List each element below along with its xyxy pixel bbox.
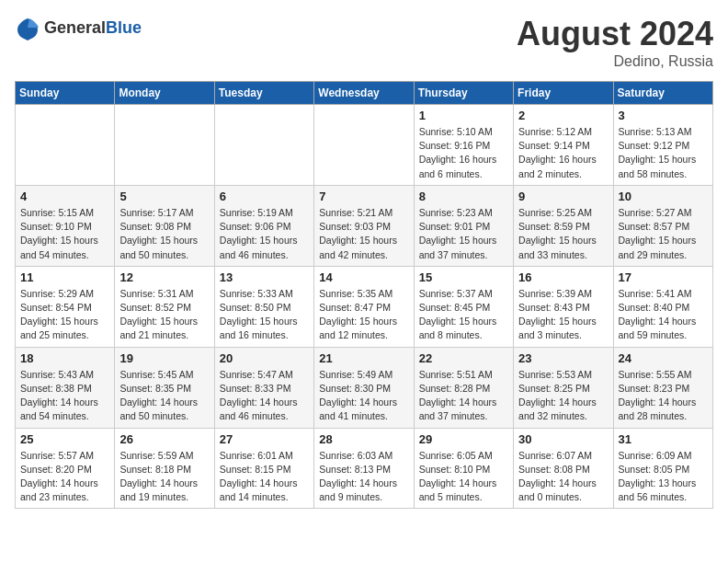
calendar-cell: 18Sunrise: 5:43 AM Sunset: 8:38 PM Dayli… <box>16 347 115 428</box>
day-detail: Sunrise: 5:21 AM Sunset: 9:03 PM Dayligh… <box>319 206 408 262</box>
day-number: 2 <box>518 109 608 122</box>
calendar-cell <box>214 105 313 186</box>
day-number: 31 <box>619 432 708 446</box>
day-number: 16 <box>518 270 608 284</box>
day-number: 22 <box>419 351 508 365</box>
calendar-cell: 9Sunrise: 5:25 AM Sunset: 8:59 PM Daylig… <box>514 185 613 266</box>
day-detail: Sunrise: 6:07 AM Sunset: 8:08 PM Dayligh… <box>518 449 608 505</box>
calendar-cell: 2Sunrise: 5:12 AM Sunset: 9:14 PM Daylig… <box>514 105 613 186</box>
day-number: 11 <box>20 270 109 284</box>
calendar-cell: 26Sunrise: 5:59 AM Sunset: 8:18 PM Dayli… <box>115 428 214 509</box>
day-detail: Sunrise: 5:51 AM Sunset: 8:28 PM Dayligh… <box>419 368 508 424</box>
day-number: 12 <box>119 270 209 284</box>
day-detail: Sunrise: 5:33 AM Sunset: 8:50 PM Dayligh… <box>220 287 309 343</box>
logo-text: GeneralBlue <box>44 18 142 38</box>
day-number: 23 <box>518 351 608 365</box>
calendar-cell: 4Sunrise: 5:15 AM Sunset: 9:10 PM Daylig… <box>16 185 115 266</box>
day-number: 8 <box>419 190 508 203</box>
day-number: 18 <box>20 351 109 365</box>
day-number: 25 <box>20 432 109 446</box>
day-number: 17 <box>619 270 708 284</box>
day-number: 1 <box>419 109 508 122</box>
calendar-week-4: 18Sunrise: 5:43 AM Sunset: 8:38 PM Dayli… <box>16 347 713 428</box>
calendar-cell: 21Sunrise: 5:49 AM Sunset: 8:30 PM Dayli… <box>314 347 414 428</box>
day-detail: Sunrise: 5:37 AM Sunset: 8:45 PM Dayligh… <box>419 287 508 343</box>
day-number: 30 <box>518 432 608 446</box>
calendar-week-1: 1Sunrise: 5:10 AM Sunset: 9:16 PM Daylig… <box>16 105 713 186</box>
calendar-cell: 30Sunrise: 6:07 AM Sunset: 8:08 PM Dayli… <box>514 428 613 509</box>
weekday-monday: Monday <box>115 82 214 105</box>
weekday-thursday: Thursday <box>414 82 513 105</box>
day-detail: Sunrise: 5:59 AM Sunset: 8:18 PM Dayligh… <box>119 449 209 505</box>
day-detail: Sunrise: 5:19 AM Sunset: 9:06 PM Dayligh… <box>220 206 309 262</box>
logo: GeneralBlue <box>15 15 142 40</box>
calendar-cell: 13Sunrise: 5:33 AM Sunset: 8:50 PM Dayli… <box>214 266 313 347</box>
day-number: 5 <box>119 190 209 203</box>
calendar-cell: 27Sunrise: 6:01 AM Sunset: 8:15 PM Dayli… <box>214 428 313 509</box>
day-number: 4 <box>20 190 109 203</box>
day-number: 10 <box>619 190 708 203</box>
day-number: 19 <box>119 351 209 365</box>
day-number: 7 <box>319 190 408 203</box>
day-detail: Sunrise: 5:41 AM Sunset: 8:40 PM Dayligh… <box>619 287 708 343</box>
calendar-cell: 12Sunrise: 5:31 AM Sunset: 8:52 PM Dayli… <box>115 266 214 347</box>
calendar-cell: 31Sunrise: 6:09 AM Sunset: 8:05 PM Dayli… <box>613 428 712 509</box>
weekday-sunday: Sunday <box>16 82 115 105</box>
calendar-cell: 6Sunrise: 5:19 AM Sunset: 9:06 PM Daylig… <box>214 185 313 266</box>
day-number: 20 <box>220 351 309 365</box>
calendar-cell: 5Sunrise: 5:17 AM Sunset: 9:08 PM Daylig… <box>115 185 214 266</box>
day-detail: Sunrise: 5:49 AM Sunset: 8:30 PM Dayligh… <box>319 368 408 424</box>
calendar-week-3: 11Sunrise: 5:29 AM Sunset: 8:54 PM Dayli… <box>16 266 713 347</box>
calendar-cell: 23Sunrise: 5:53 AM Sunset: 8:25 PM Dayli… <box>514 347 613 428</box>
day-detail: Sunrise: 5:17 AM Sunset: 9:08 PM Dayligh… <box>119 206 209 262</box>
calendar-week-2: 4Sunrise: 5:15 AM Sunset: 9:10 PM Daylig… <box>16 185 713 266</box>
calendar-cell: 15Sunrise: 5:37 AM Sunset: 8:45 PM Dayli… <box>414 266 513 347</box>
day-detail: Sunrise: 6:05 AM Sunset: 8:10 PM Dayligh… <box>419 449 508 505</box>
day-number: 27 <box>220 432 309 446</box>
weekday-friday: Friday <box>514 82 613 105</box>
calendar-cell <box>16 105 115 186</box>
title-block: August 2024 Dedino, Russia <box>517 15 713 70</box>
day-number: 6 <box>220 190 309 203</box>
calendar-cell: 11Sunrise: 5:29 AM Sunset: 8:54 PM Dayli… <box>16 266 115 347</box>
day-detail: Sunrise: 5:57 AM Sunset: 8:20 PM Dayligh… <box>20 449 109 505</box>
calendar-cell: 28Sunrise: 6:03 AM Sunset: 8:13 PM Dayli… <box>314 428 414 509</box>
day-detail: Sunrise: 5:23 AM Sunset: 9:01 PM Dayligh… <box>419 206 508 262</box>
day-detail: Sunrise: 5:29 AM Sunset: 8:54 PM Dayligh… <box>20 287 109 343</box>
page-header: GeneralBlue August 2024 Dedino, Russia <box>15 15 713 70</box>
weekday-wednesday: Wednesday <box>314 82 414 105</box>
calendar-cell: 19Sunrise: 5:45 AM Sunset: 8:35 PM Dayli… <box>115 347 214 428</box>
calendar-cell: 8Sunrise: 5:23 AM Sunset: 9:01 PM Daylig… <box>414 185 513 266</box>
day-detail: Sunrise: 5:47 AM Sunset: 8:33 PM Dayligh… <box>220 368 309 424</box>
calendar-table: SundayMondayTuesdayWednesdayThursdayFrid… <box>15 81 713 509</box>
logo-icon <box>15 15 40 40</box>
day-number: 14 <box>319 270 408 284</box>
calendar-cell: 16Sunrise: 5:39 AM Sunset: 8:43 PM Dayli… <box>514 266 613 347</box>
weekday-tuesday: Tuesday <box>214 82 313 105</box>
calendar-cell: 20Sunrise: 5:47 AM Sunset: 8:33 PM Dayli… <box>214 347 313 428</box>
day-detail: Sunrise: 5:13 AM Sunset: 9:12 PM Dayligh… <box>619 125 708 181</box>
day-number: 3 <box>619 109 708 122</box>
day-detail: Sunrise: 5:12 AM Sunset: 9:14 PM Dayligh… <box>518 125 608 181</box>
day-number: 28 <box>319 432 408 446</box>
day-number: 15 <box>419 270 508 284</box>
location-title: Dedino, Russia <box>517 53 713 70</box>
day-detail: Sunrise: 5:25 AM Sunset: 8:59 PM Dayligh… <box>518 206 608 262</box>
weekday-header-row: SundayMondayTuesdayWednesdayThursdayFrid… <box>16 82 713 105</box>
calendar-cell: 17Sunrise: 5:41 AM Sunset: 8:40 PM Dayli… <box>613 266 712 347</box>
calendar-cell: 25Sunrise: 5:57 AM Sunset: 8:20 PM Dayli… <box>16 428 115 509</box>
day-detail: Sunrise: 6:03 AM Sunset: 8:13 PM Dayligh… <box>319 449 408 505</box>
calendar-cell: 1Sunrise: 5:10 AM Sunset: 9:16 PM Daylig… <box>414 105 513 186</box>
day-number: 29 <box>419 432 508 446</box>
day-number: 13 <box>220 270 309 284</box>
calendar-cell <box>115 105 214 186</box>
day-detail: Sunrise: 5:35 AM Sunset: 8:47 PM Dayligh… <box>319 287 408 343</box>
calendar-cell: 7Sunrise: 5:21 AM Sunset: 9:03 PM Daylig… <box>314 185 414 266</box>
day-detail: Sunrise: 5:55 AM Sunset: 8:23 PM Dayligh… <box>619 368 708 424</box>
day-detail: Sunrise: 5:43 AM Sunset: 8:38 PM Dayligh… <box>20 368 109 424</box>
day-detail: Sunrise: 5:31 AM Sunset: 8:52 PM Dayligh… <box>119 287 209 343</box>
day-number: 21 <box>319 351 408 365</box>
weekday-saturday: Saturday <box>613 82 712 105</box>
calendar-cell: 3Sunrise: 5:13 AM Sunset: 9:12 PM Daylig… <box>613 105 712 186</box>
calendar-cell: 29Sunrise: 6:05 AM Sunset: 8:10 PM Dayli… <box>414 428 513 509</box>
